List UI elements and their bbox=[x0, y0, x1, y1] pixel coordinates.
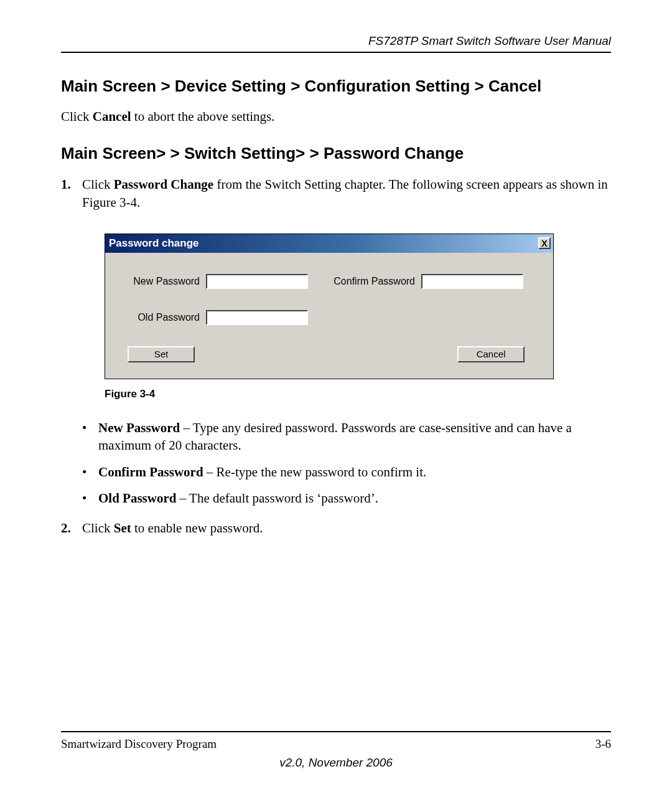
old-password-row: Old Password bbox=[123, 310, 536, 325]
close-icon: X bbox=[541, 239, 547, 248]
bullet-icon: • bbox=[82, 489, 98, 507]
dialog-titlebar: Password change X bbox=[105, 234, 553, 253]
text: Click bbox=[82, 521, 114, 536]
close-button[interactable]: X bbox=[538, 237, 551, 249]
confirm-password-term: Confirm Password bbox=[98, 465, 203, 479]
bullet-body: New Password – Type any desired password… bbox=[98, 419, 611, 455]
page-number: 3-6 bbox=[595, 737, 611, 751]
dialog-button-row: Set Cancel bbox=[123, 346, 536, 362]
new-password-field[interactable] bbox=[206, 274, 308, 289]
footer-version: v2.0, November 2006 bbox=[61, 756, 611, 770]
step-1: 1. Click Password Change from the Switch… bbox=[61, 176, 611, 211]
bullet-confirm-password: • Confirm Password – Re-type the new pas… bbox=[82, 463, 611, 481]
bullet-icon: • bbox=[82, 419, 98, 455]
footer-divider bbox=[61, 731, 611, 732]
step-2: 2. Click Set to enable new password. bbox=[61, 519, 611, 537]
new-password-label: New Password bbox=[123, 276, 206, 287]
cancel-button[interactable]: Cancel bbox=[457, 346, 525, 362]
step-body: Click Password Change from the Switch Se… bbox=[82, 176, 611, 211]
figure-caption: Figure 3-4 bbox=[105, 388, 611, 400]
bullet-body: Confirm Password – Re-type the new passw… bbox=[98, 463, 426, 481]
confirm-password-field[interactable] bbox=[421, 274, 523, 289]
section1-heading: Main Screen > Device Setting > Configura… bbox=[61, 77, 611, 96]
section1-paragraph: Click Cancel to abort the above settings… bbox=[61, 108, 611, 125]
doc-title: FS728TP Smart Switch Software User Manua… bbox=[61, 34, 611, 48]
footer-left: Smartwizard Discovery Program bbox=[61, 737, 217, 751]
new-password-row: New Password Confirm Password bbox=[123, 274, 536, 289]
page-footer: Smartwizard Discovery Program 3-6 v2.0, … bbox=[61, 731, 611, 770]
old-password-label: Old Password bbox=[123, 312, 206, 323]
password-change-dialog: Password change X New Password Confirm P… bbox=[105, 234, 554, 379]
set-button[interactable]: Set bbox=[128, 346, 195, 362]
bullet-new-password: • New Password – Type any desired passwo… bbox=[82, 419, 611, 455]
old-password-term: Old Password bbox=[98, 491, 176, 506]
dialog-body: New Password Confirm Password Old Passwo… bbox=[105, 253, 553, 379]
step-body: Click Set to enable new password. bbox=[82, 519, 611, 537]
text: to enable new password. bbox=[131, 521, 263, 536]
section2-heading: Main Screen> > Switch Setting> > Passwor… bbox=[61, 144, 611, 163]
text: – The default password is ‘password’. bbox=[176, 491, 378, 506]
text: Click bbox=[82, 177, 114, 192]
bullet-old-password: • Old Password – The default password is… bbox=[82, 489, 611, 507]
bullet-icon: • bbox=[82, 463, 98, 481]
new-password-term: New Password bbox=[98, 420, 180, 435]
bullet-body: Old Password – The default password is ‘… bbox=[98, 489, 378, 507]
dialog-title: Password change bbox=[109, 237, 199, 250]
step-number: 2. bbox=[61, 519, 82, 537]
text: – Re-type the new password to confirm it… bbox=[203, 465, 427, 479]
text: to abort the above settings. bbox=[131, 109, 275, 124]
set-bold: Set bbox=[114, 521, 131, 536]
cancel-bold: Cancel bbox=[93, 109, 131, 124]
password-change-bold: Password Change bbox=[114, 177, 213, 192]
confirm-password-label: Confirm Password bbox=[330, 276, 421, 287]
header-divider bbox=[61, 52, 611, 53]
step-number: 1. bbox=[61, 176, 82, 211]
text: Click bbox=[61, 109, 93, 124]
old-password-field[interactable] bbox=[206, 310, 308, 325]
